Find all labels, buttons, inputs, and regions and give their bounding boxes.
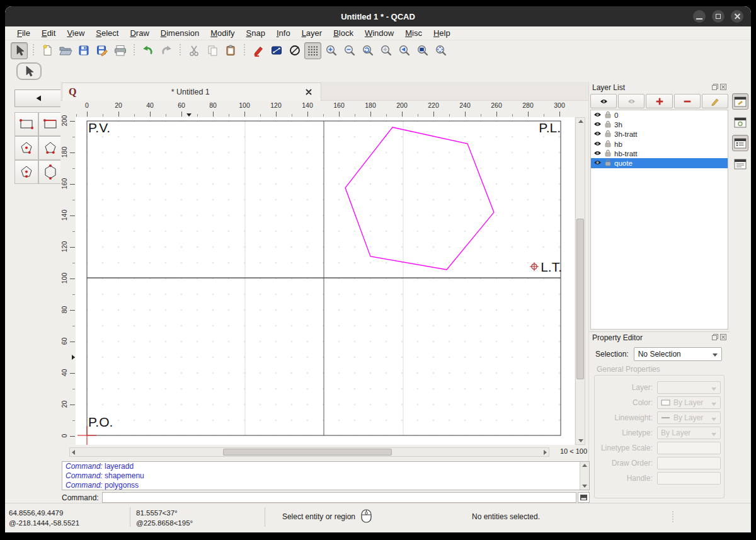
previous-view-button[interactable] (396, 42, 413, 59)
background-color-button[interactable] (268, 42, 285, 59)
layer-row-hb[interactable]: hb (591, 139, 728, 149)
property-combo[interactable]: By Layer (657, 396, 721, 409)
show-all-layers-button[interactable] (590, 94, 617, 108)
lock-icon[interactable] (605, 149, 611, 158)
property-combo[interactable]: By Layer (657, 427, 721, 439)
float-panel-icon[interactable] (712, 83, 718, 92)
menu-info[interactable]: Info (271, 28, 296, 38)
property-combo[interactable]: By Layer (657, 411, 721, 424)
lock-icon[interactable] (605, 111, 611, 120)
menu-draw[interactable]: Draw (124, 28, 154, 38)
menu-edit[interactable]: Edit (36, 28, 61, 38)
open-document-button[interactable] (57, 42, 74, 59)
menu-select[interactable]: Select (90, 28, 124, 38)
layer-row-3h[interactable]: 3h (591, 120, 728, 129)
lock-icon[interactable] (605, 159, 611, 168)
eye-icon[interactable] (593, 112, 602, 119)
menu-block[interactable]: Block (328, 28, 359, 38)
close-button[interactable] (731, 10, 743, 23)
toggle-block-list-button[interactable] (732, 114, 748, 130)
selection-pointer-button[interactable] (11, 42, 28, 59)
lock-icon[interactable] (605, 130, 611, 139)
vertical-scrollbar[interactable] (575, 117, 585, 445)
layer-row-quote[interactable]: quote (591, 158, 728, 168)
polygon-center-side-button[interactable] (14, 160, 38, 184)
grid-toggle-button[interactable] (304, 42, 321, 59)
hide-all-layers-button[interactable] (618, 94, 644, 108)
polygon-side-side-button[interactable] (38, 160, 62, 184)
menu-file[interactable]: File (11, 28, 36, 38)
minimize-button[interactable] (693, 10, 706, 23)
command-history[interactable]: Command: layeraddCommand: shapemenuComma… (62, 461, 590, 490)
layer-row-hb-tratt[interactable]: hb-tratt (591, 149, 728, 158)
drawing-viewport[interactable]: P.V. P.L. L.T. P.O. (76, 117, 575, 445)
document-tab[interactable]: Q * Untitled 1 (62, 83, 321, 101)
horizontal-scrollbar[interactable] (69, 447, 549, 457)
property-input[interactable] (657, 442, 721, 454)
eye-icon[interactable] (593, 141, 602, 148)
lock-icon[interactable] (605, 140, 611, 149)
menu-misc[interactable]: Misc (399, 28, 428, 38)
selection-combobox[interactable]: No Selection (634, 347, 722, 361)
scroll-left-arrow[interactable] (72, 450, 75, 455)
undo-button[interactable] (139, 42, 156, 59)
redo-button[interactable] (158, 42, 175, 59)
new-document-button[interactable] (38, 42, 55, 59)
toggle-command-line-button[interactable] (732, 156, 748, 172)
drawing-canvas[interactable] (76, 117, 575, 445)
toggle-command-widget-button[interactable] (578, 492, 590, 503)
eye-icon[interactable] (593, 121, 602, 129)
paste-button[interactable] (222, 42, 239, 59)
save-as-button[interactable] (93, 42, 110, 59)
title-bar[interactable]: Untitled 1 * - QCAD (5, 6, 751, 26)
rectangle-2-points-button[interactable] (14, 112, 38, 136)
menu-layer[interactable]: Layer (296, 28, 328, 38)
zoom-window-button[interactable] (414, 42, 431, 59)
toggle-property-editor-button[interactable] (732, 93, 748, 110)
menu-help[interactable]: Help (428, 28, 456, 38)
zoom-out-button[interactable] (341, 42, 358, 59)
polygon-corner-corner-button[interactable] (38, 136, 62, 160)
lock-icon[interactable] (605, 120, 611, 129)
eye-icon[interactable] (593, 150, 602, 158)
scroll-up-arrow[interactable] (578, 120, 583, 123)
zoom-selection-button[interactable] (377, 42, 394, 59)
remove-layer-button[interactable] (674, 94, 701, 108)
eye-icon[interactable] (593, 159, 602, 167)
save-button[interactable] (75, 42, 92, 59)
property-combo[interactable] (657, 381, 721, 394)
scroll-right-arrow[interactable] (544, 450, 547, 455)
layer-row-3h-tratt[interactable]: 3h-tratt (591, 130, 728, 139)
scroll-down-arrow[interactable] (582, 485, 587, 488)
command-input[interactable] (102, 492, 576, 503)
vertical-scroll-thumb[interactable] (576, 219, 584, 379)
auto-zoom-button[interactable] (359, 42, 376, 59)
add-layer-button[interactable] (646, 94, 672, 108)
selection-tool-button[interactable] (16, 62, 42, 80)
tab-close-button[interactable] (304, 88, 313, 96)
scroll-up-arrow[interactable] (582, 464, 587, 467)
menu-modify[interactable]: Modify (205, 28, 240, 38)
back-button[interactable] (14, 89, 62, 107)
close-panel-icon[interactable] (720, 333, 726, 342)
copy-button[interactable] (203, 42, 220, 59)
close-panel-icon[interactable] (720, 83, 726, 92)
float-panel-icon[interactable] (712, 333, 718, 342)
pan-zoom-button[interactable] (432, 42, 449, 59)
horizontal-scroll-thumb[interactable] (223, 449, 392, 456)
menu-view[interactable]: View (61, 28, 90, 38)
scroll-down-arrow[interactable] (578, 439, 583, 442)
rectangle-with-size-button[interactable] (38, 112, 62, 136)
drawing-preferences-button[interactable] (249, 42, 266, 59)
construction-circle-button[interactable] (286, 42, 303, 59)
layer-row-0[interactable]: 0 (591, 110, 728, 120)
menu-window[interactable]: Window (359, 28, 399, 38)
maximize-button[interactable] (712, 10, 724, 23)
print-button[interactable] (112, 42, 129, 59)
zoom-in-button[interactable] (323, 42, 340, 59)
eye-icon[interactable] (593, 130, 602, 138)
polygon-center-corner-button[interactable] (14, 136, 38, 160)
property-input[interactable] (657, 457, 721, 469)
history-scrollbar[interactable] (580, 462, 589, 490)
menu-dimension[interactable]: Dimension (155, 28, 205, 38)
